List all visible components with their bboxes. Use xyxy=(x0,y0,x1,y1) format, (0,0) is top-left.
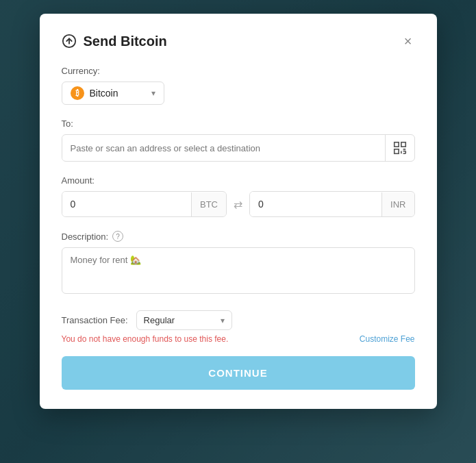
help-icon[interactable]: ? xyxy=(112,231,123,242)
amount-label: Amount: xyxy=(62,175,415,186)
description-textarea[interactable] xyxy=(62,247,415,294)
amount-row: BTC ⇄ INR xyxy=(62,191,415,217)
error-customize-row: You do not have enough funds to use this… xyxy=(62,334,415,344)
modal-backdrop: Send Bitcoin × Currency: ₿ Bitcoin ▾ To: xyxy=(0,0,476,463)
fee-select-value: Regular xyxy=(144,315,215,325)
fee-row: Transaction Fee: Regular ▾ xyxy=(62,310,415,330)
currency-name: Bitcoin xyxy=(90,88,146,99)
swap-icon: ⇄ xyxy=(234,198,242,211)
fee-label: Transaction Fee: xyxy=(62,315,128,325)
currency-field-group: Currency: ₿ Bitcoin ▾ xyxy=(62,66,415,105)
to-input-wrapper xyxy=(62,134,415,162)
description-label-row: Description: ? xyxy=(62,231,415,242)
continue-button[interactable]: CONTINUE xyxy=(62,356,415,390)
btc-icon: ₿ xyxy=(71,86,84,100)
svg-rect-3 xyxy=(401,142,405,147)
fee-error-text: You do not have enough funds to use this… xyxy=(62,334,229,344)
to-address-input[interactable] xyxy=(62,136,385,160)
send-bitcoin-modal: Send Bitcoin × Currency: ₿ Bitcoin ▾ To: xyxy=(40,14,437,409)
btc-amount-input[interactable] xyxy=(62,192,192,216)
modal-title-group: Send Bitcoin xyxy=(62,34,167,49)
description-label: Description: xyxy=(62,232,109,242)
customize-fee-link[interactable]: Customize Fee xyxy=(360,334,415,344)
currency-select[interactable]: ₿ Bitcoin ▾ xyxy=(62,82,164,105)
close-button[interactable]: × xyxy=(401,33,415,49)
btc-amount-wrapper: BTC xyxy=(62,191,227,217)
inr-amount-wrapper: INR xyxy=(249,191,415,217)
svg-rect-2 xyxy=(394,142,398,147)
svg-rect-4 xyxy=(394,149,398,153)
send-icon xyxy=(62,34,77,49)
currency-label: Currency: xyxy=(62,66,415,76)
amount-field-group: Amount: BTC ⇄ INR xyxy=(62,175,415,217)
qr-scan-button[interactable] xyxy=(385,135,414,161)
modal-header: Send Bitcoin × xyxy=(62,33,415,49)
inr-unit-label: INR xyxy=(381,192,414,216)
currency-chevron-icon: ▾ xyxy=(151,88,155,98)
to-label: To: xyxy=(62,118,415,129)
fee-chevron-icon: ▾ xyxy=(221,316,225,325)
inr-amount-input[interactable] xyxy=(250,192,381,216)
description-field-group: Description: ? xyxy=(62,231,415,297)
fee-select[interactable]: Regular ▾ xyxy=(136,310,232,330)
modal-title: Send Bitcoin xyxy=(84,34,167,49)
to-field-group: To: xyxy=(62,118,415,162)
btc-unit-label: BTC xyxy=(191,192,226,216)
background: Send Bitcoin × Currency: ₿ Bitcoin ▾ To: xyxy=(0,0,476,463)
